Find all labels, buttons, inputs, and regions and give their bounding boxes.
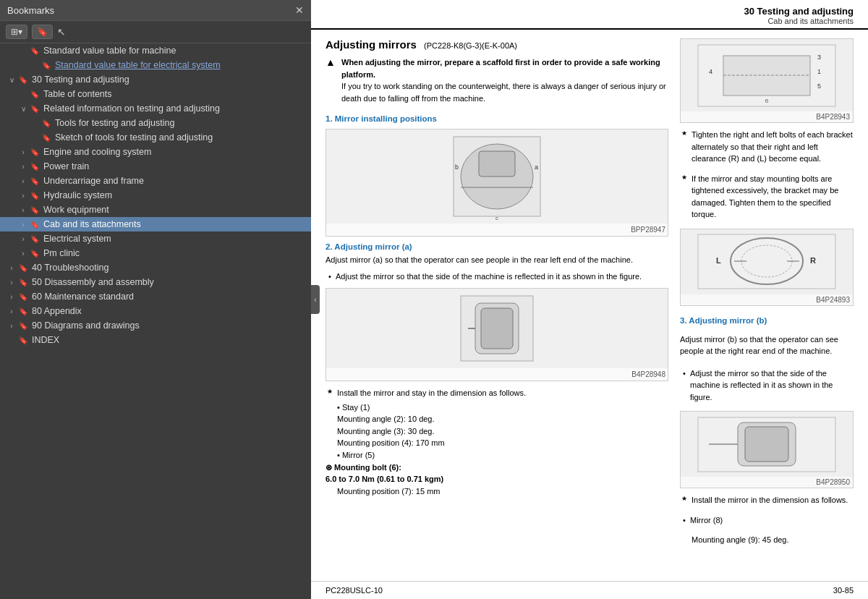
sidebar-header: Bookmarks ✕ [0, 0, 311, 21]
sidebar-toolbar: ⊞▾ 🔖 ↖ [0, 21, 311, 43]
expand-icon[interactable]: ∨ [6, 76, 17, 84]
grid-view-button[interactable]: ⊞▾ [6, 25, 27, 39]
bolt-label: ⊛ Mounting bolt (6): [326, 463, 668, 472]
sidebar-item-index[interactable]: 🔖INDEX [0, 333, 311, 347]
svg-rect-2 [479, 151, 515, 177]
right-fig-2-caption: B4P24893 [813, 294, 853, 305]
sidebar-item-electrical-system[interactable]: ›🔖Electrical system [0, 231, 311, 246]
sidebar-item-label: 90 Diagrams and drawings [32, 320, 308, 331]
rl-clearance-diagram: L R [694, 231, 839, 292]
figure-2-image [326, 289, 668, 368]
sidebar-item-diagrams[interactable]: ›🔖90 Diagrams and drawings [0, 318, 311, 333]
right-item-last: Mounting angle (9): 45 deg. [680, 534, 854, 546]
svg-text:c: c [495, 215, 498, 221]
sidebar-item-label: Pm clinic [43, 248, 308, 258]
warning-box: ▲ When adjusting the mirror, prepare a s… [326, 56, 668, 109]
sidebar-item-table-of-contents[interactable]: 🔖Table of contents [0, 87, 311, 101]
expand-icon[interactable]: ∨ [17, 105, 29, 113]
sidebar-item-power-train[interactable]: ›🔖Power train [0, 159, 311, 174]
sidebar-item-standard-value-machine[interactable]: 🔖Standard value table for machine [0, 43, 311, 58]
right-figure-3: B4P28950 [680, 411, 854, 488]
sidebar-item-label: Hydraulic system [43, 190, 308, 200]
fig2-caption: B4P28948 [629, 368, 668, 381]
expand-icon[interactable]: › [17, 148, 29, 156]
bookmark-icon: 🔖 [41, 119, 52, 127]
svg-rect-9 [481, 308, 513, 349]
sidebar-item-cab-attachments[interactable]: ›🔖Cab and its attachments [0, 217, 311, 231]
right-fig-3-caption: B4P28950 [813, 477, 853, 488]
install-item-angle3: Mounting angle (3): 30 deg. [326, 425, 668, 438]
sidebar-item-undercarriage-frame[interactable]: ›🔖Undercarriage and frame [0, 174, 311, 188]
right-fig-2-image: L R [681, 229, 853, 294]
svg-text:b: b [455, 163, 459, 171]
sidebar-item-engine-cooling[interactable]: ›🔖Engine and cooling system [0, 145, 311, 159]
sidebar-item-label: Sketch of tools for testing and adjustin… [55, 132, 308, 143]
page-footer: PC228USLC-10 30-85 [311, 581, 868, 599]
install-item-mirror5: • Mirror (5) [326, 449, 668, 462]
sidebar-item-label: Tools for testing and adjusting [55, 118, 308, 128]
figure-2: B4P28948 [326, 288, 668, 381]
bookmark-icon: 🔖 [29, 105, 41, 113]
mounting-pos7: Mounting position (7): 15 mm [326, 485, 668, 498]
sidebar-item-label: 80 Appendix [32, 306, 308, 316]
svg-text:6: 6 [765, 98, 769, 104]
warning-body: If you try to work standing on the count… [341, 80, 668, 104]
bookmark-view-button[interactable]: 🔖 [32, 25, 53, 39]
sidebar-item-work-equipment[interactable]: ›🔖Work equipment [0, 203, 311, 217]
sidebar-item-sketch-tools[interactable]: 🔖Sketch of tools for testing and adjusti… [0, 130, 311, 145]
expand-icon[interactable]: › [6, 264, 17, 272]
expand-icon[interactable]: › [6, 322, 17, 330]
bookmark-icon: 🔖 [29, 192, 41, 200]
sidebar-item-related-info[interactable]: ∨🔖Related information on testing and adj… [0, 101, 311, 116]
install-item-pos4: Mounting position (4): 170 mm [326, 437, 668, 449]
install-item-angle2: Mounting angle (2): 10 deg. [326, 413, 668, 425]
expand-icon[interactable]: › [17, 221, 29, 229]
bookmark-icon: 🔖 [17, 264, 29, 272]
expand-icon[interactable]: › [17, 235, 29, 243]
sidebar-item-maintenance[interactable]: ›🔖60 Maintenance standard [0, 289, 311, 304]
sidebar-item-label: 50 Disassembly and assembly [32, 277, 308, 287]
sidebar-item-label: 30 Testing and adjusting [32, 75, 308, 85]
right-fig-1-image: 3 1 5 4 6 [681, 39, 853, 111]
bookmark-icon: 🔖 [29, 250, 41, 258]
bookmark-icon: 🔖 [17, 279, 29, 286]
bookmark-icon: 🔖 [29, 235, 41, 243]
warning-icon: ▲ [326, 56, 337, 68]
expand-icon[interactable]: › [6, 279, 17, 286]
collapse-panel-handle[interactable]: ‹ [311, 285, 320, 314]
expand-icon[interactable]: › [17, 163, 29, 171]
sidebar-item-tools-testing[interactable]: 🔖Tools for testing and adjusting [0, 116, 311, 130]
figure-1: b a c BPP28947 [326, 129, 668, 237]
warning-content: When adjusting the mirror, prepare a sca… [341, 56, 668, 109]
expand-icon[interactable]: › [17, 177, 29, 185]
sidebar-item-troubleshooting[interactable]: ›🔖40 Troubleshooting [0, 260, 311, 275]
chapter-title: 30 Testing and adjusting [326, 6, 854, 17]
expand-icon[interactable]: › [17, 206, 29, 214]
expand-icon[interactable]: › [17, 192, 29, 200]
sidebar-item-testing-adjusting[interactable]: ∨🔖30 Testing and adjusting [0, 72, 311, 87]
main-content: 30 Testing and adjusting Cab and its att… [311, 0, 868, 599]
close-button[interactable]: ✕ [295, 4, 304, 16]
sidebar-title: Bookmarks [7, 5, 54, 16]
expand-icon[interactable]: › [6, 307, 17, 315]
bookmark-icon: 🔖 [17, 293, 29, 301]
sidebar-item-label: Standard value table for machine [43, 46, 308, 56]
sidebar-item-standard-value-electrical[interactable]: 🔖Standard value table for electrical sys… [0, 58, 311, 72]
sidebar-item-disassembly[interactable]: ›🔖50 Disassembly and assembly [0, 275, 311, 289]
bookmark-icon: 🔖 [29, 148, 41, 156]
sidebar-item-label: 40 Troubleshooting [32, 263, 308, 273]
section-heading: Adjusting mirrors (PC228-K8(G-3)(E-K-00A… [326, 38, 668, 51]
svg-rect-28 [745, 427, 788, 462]
bookmark-icon: 🔖 [17, 76, 29, 84]
sidebar-item-hydraulic-system[interactable]: ›🔖Hydraulic system [0, 188, 311, 203]
sidebar-item-label: 60 Maintenance standard [32, 292, 308, 302]
expand-icon[interactable]: › [6, 293, 17, 301]
svg-text:3: 3 [817, 54, 821, 61]
sidebar-item-pm-clinic[interactable]: ›🔖Pm clinic [0, 246, 311, 260]
bookmark-icon: 🔖 [29, 90, 41, 98]
sidebar-item-label: Undercarriage and frame [43, 176, 308, 186]
warning-text: When adjusting the mirror, prepare a sca… [341, 56, 668, 80]
sidebar-item-label: INDEX [32, 335, 308, 345]
sidebar-item-appendix[interactable]: ›🔖80 Appendix [0, 304, 311, 318]
expand-icon[interactable]: › [17, 250, 29, 258]
